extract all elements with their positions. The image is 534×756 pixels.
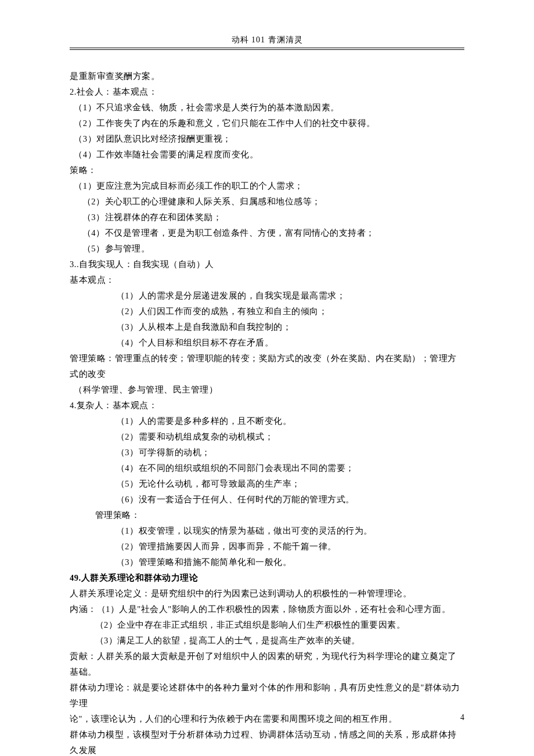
text-line: （5）参与管理。 — [70, 241, 464, 257]
text-line: （4）在不同的组织或组织的不同部门会表现出不同的需要； — [70, 460, 464, 476]
text-line: 管理策略： — [70, 507, 464, 523]
document-page: 动科 101 青渊清灵 是重新审查奖酬方案。2.社会人：基本观点：（1）不只追求… — [0, 0, 534, 756]
document-body: 是重新审查奖酬方案。2.社会人：基本观点：（1）不只追求金钱、物质，社会需求是人… — [70, 69, 464, 756]
text-line: 3..自我实现人：自我实现（自动）人 — [70, 257, 464, 272]
text-line: （1）权变管理，以现实的情景为基础，做出可变的灵活的行为。 — [70, 523, 464, 539]
text-line: 论"，该理论认为，人们的心理和行为依赖于内在需要和周围环境之间的相互作用。 — [70, 711, 464, 727]
text-line: （2）工作丧失了内在的乐趣和意义，它们只能在工作中人们的社交中获得。 — [70, 116, 464, 131]
text-line: 策略： — [70, 163, 464, 178]
text-line: 是重新审查奖酬方案。 — [70, 69, 464, 84]
text-line: （6）没有一套适合于任何人、任何时代的万能的管理方式。 — [70, 492, 464, 507]
text-line: （3）对团队意识比对经济报酬更重视； — [70, 131, 464, 147]
text-line: （1）不只追求金钱、物质，社会需求是人类行为的基本激励因素。 — [70, 100, 464, 116]
text-line: （科学管理、参与管理、民主管理） — [70, 382, 464, 398]
text-line: 贡献：人群关系的最大贡献是开创了对组织中人的因素的研究，为现代行为科学理论的建立… — [70, 649, 464, 680]
text-line: （2）管理措施要因人而异，因事而异，不能千篇一律。 — [70, 539, 464, 555]
text-line: 2.社会人：基本观点： — [70, 84, 464, 100]
page-header: 动科 101 青渊清灵 — [70, 35, 464, 48]
text-line: （3）可学得新的动机； — [70, 445, 464, 460]
text-line: 基本观点： — [70, 272, 464, 288]
text-line: （5）无论什么动机，都可导致最高的生产率； — [70, 476, 464, 492]
text-line: （1）人的需求是分层递进发展的，自我实现是最高需求； — [70, 288, 464, 304]
text-line: 管理策略：管理重点的转变；管理职能的转变；奖励方式的改变（外在奖励、内在奖励）；… — [70, 351, 464, 382]
text-line: （1）人的需要是多种多样的，且不断变化。 — [70, 413, 464, 429]
text-line: （3）注视群体的存在和团体奖励； — [70, 210, 464, 225]
text-line: （4）个人目标和组织目标不存在矛盾。 — [70, 335, 464, 351]
header-rule — [70, 49, 464, 50]
page-number: 4 — [460, 713, 464, 722]
text-line: （4）工作效率随社会需要的满足程度而变化。 — [70, 147, 464, 163]
text-line: （3）满足工人的欲望，提高工人的士气，是提高生产效率的关键。 — [70, 633, 464, 649]
text-line: （2）关心职工的心理健康和人际关系、归属感和地位感等； — [70, 194, 464, 210]
text-line: 内涵：（1）人是"社会人"影响人的工作积极性的因素，除物质方面以外，还有社会和心… — [70, 602, 464, 617]
text-line: 人群关系理论定义：是研究组织中的行为因素已达到调动人的积极性的一种管理理论。 — [70, 586, 464, 602]
text-line: （2）人们因工作而变的成熟，有独立和自主的倾向； — [70, 304, 464, 319]
text-line: （3）人从根本上是自我激励和自我控制的； — [70, 319, 464, 335]
text-line: （2）需要和动机组成复杂的动机模式； — [70, 429, 464, 445]
text-line: （4）不仅是管理者，更是为职工创造条件、方便，富有同情心的支持者； — [70, 225, 464, 241]
header-text: 动科 101 青渊清灵 — [232, 35, 303, 45]
text-line: （3）管理策略和措施不能简单化和一般化。 — [70, 555, 464, 570]
text-line: 群体动力理论：就是要论述群体中的各种力量对个体的作用和影响，具有历史性意义的是"… — [70, 680, 464, 711]
text-line: （2）企业中存在非正式组织，非正式组织是影响人们生产积极性的重要因素。 — [70, 617, 464, 633]
text-line: 4.复杂人：基本观点： — [70, 398, 464, 413]
text-line: 49.人群关系理论和群体动力理论 — [70, 570, 464, 586]
text-line: （1）更应注意为完成目标而必须工作的职工的个人需求； — [70, 178, 464, 194]
text-line: 群体动力模型，该模型对于分析群体动力过程、协调群体活动互动，情感之间的关系，形成… — [70, 727, 464, 756]
